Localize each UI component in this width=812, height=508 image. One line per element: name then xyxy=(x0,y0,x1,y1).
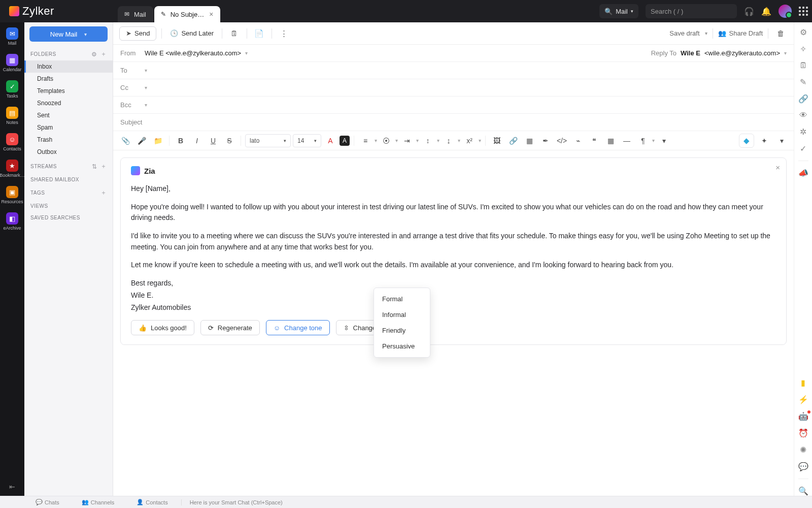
image-icon[interactable]: 🖼 xyxy=(490,134,504,148)
tab-mail[interactable]: ✉ Mail xyxy=(118,6,153,22)
app-earchive[interactable]: ◧eArchive xyxy=(3,212,21,231)
folder-icon[interactable]: 📁 xyxy=(151,134,165,148)
app-notes[interactable]: ▤Notes xyxy=(3,107,21,125)
chevron-down-icon[interactable]: ▾ xyxy=(657,134,671,148)
regenerate-button[interactable]: ⟳Regenerate xyxy=(200,320,260,335)
folder-spam[interactable]: Spam xyxy=(24,121,113,134)
to-row[interactable]: To▾ xyxy=(113,62,794,79)
highlight-icon[interactable]: A xyxy=(340,136,350,146)
apps-grid-icon[interactable] xyxy=(799,7,808,16)
direction-icon[interactable]: ¶ xyxy=(636,134,650,148)
align-icon[interactable]: ≡ xyxy=(358,134,373,148)
hr-icon[interactable]: — xyxy=(620,134,634,148)
folder-sent[interactable]: Sent xyxy=(24,109,113,121)
bold-icon[interactable]: B xyxy=(174,134,188,148)
help-icon[interactable]: ✺ xyxy=(800,445,806,455)
attach-icon[interactable]: 📎 xyxy=(118,134,132,148)
code-icon[interactable]: </> xyxy=(555,134,569,148)
bolt-icon[interactable]: ⚡ xyxy=(798,395,808,404)
italic-icon[interactable]: I xyxy=(190,134,204,148)
folder-inbox[interactable]: Inbox xyxy=(24,60,113,73)
search-scope-dropdown[interactable]: 🔍 Mail ▾ xyxy=(599,4,638,18)
app-bookmarks[interactable]: ★Bookmark… xyxy=(3,160,21,178)
alarm-icon[interactable]: ⏰ xyxy=(798,428,808,438)
font-size-select[interactable]: 14▾ xyxy=(293,134,321,147)
send-later-button[interactable]: 🕓Send Later xyxy=(167,26,217,41)
subject-row[interactable]: Subject xyxy=(113,114,794,131)
gear-icon[interactable]: ⚙ xyxy=(800,27,807,37)
cc-row[interactable]: Cc▾ xyxy=(113,79,794,97)
chevron-down-icon[interactable]: ▾ xyxy=(774,134,789,148)
eye-icon[interactable]: 👁 xyxy=(799,111,807,120)
sort-icon[interactable]: ⇅ xyxy=(92,163,97,170)
gear-icon[interactable]: ⚙ xyxy=(91,51,97,58)
plus-icon[interactable]: ＋ xyxy=(100,188,107,197)
bottom-chats[interactable]: 💬Chats xyxy=(24,499,71,505)
cog-icon[interactable]: ✲ xyxy=(800,127,806,137)
embed-icon[interactable]: ⌁ xyxy=(571,134,585,148)
send-button[interactable]: ➤Send xyxy=(119,26,156,41)
link-icon[interactable]: 🔗 xyxy=(798,94,808,104)
headset-icon[interactable]: 🎧 xyxy=(744,7,754,16)
plus-icon[interactable]: ＋ xyxy=(100,162,107,171)
tone-option-formal[interactable]: Formal xyxy=(374,291,430,307)
folder-templates[interactable]: Templates xyxy=(24,85,113,97)
underline-icon[interactable]: U xyxy=(206,134,220,148)
looks-good-button[interactable]: 👍Looks good! xyxy=(131,320,194,335)
app-mail[interactable]: ✉Mail xyxy=(3,27,21,46)
plus-icon[interactable]: ＋ xyxy=(100,50,107,58)
line-height-icon[interactable]: ↕ xyxy=(421,134,435,148)
quote-icon[interactable]: ❝ xyxy=(587,134,601,148)
bottom-contacts[interactable]: 👤Contacts xyxy=(125,499,179,505)
app-calendar[interactable]: ▦Calendar xyxy=(3,54,21,72)
bell-icon[interactable]: 🔔 xyxy=(761,7,771,16)
avatar[interactable] xyxy=(779,5,792,18)
grid-icon[interactable]: ▦ xyxy=(603,134,618,148)
folder-snoozed[interactable]: Snoozed xyxy=(24,97,113,109)
bcc-row[interactable]: Bcc▾ xyxy=(113,97,794,114)
zia-toggle[interactable]: ◆ xyxy=(739,134,754,148)
folder-trash[interactable]: Trash xyxy=(24,134,113,146)
indent-icon[interactable]: ⇥ xyxy=(400,134,414,148)
signature-icon[interactable]: ✒ xyxy=(538,134,553,148)
save-draft-button[interactable]: Save draft xyxy=(669,29,699,37)
butterfly-icon[interactable]: ✧ xyxy=(800,44,806,54)
app-resources[interactable]: ▣Resources xyxy=(3,186,21,204)
strike-icon[interactable]: S xyxy=(222,134,236,148)
folder-drafts[interactable]: Drafts xyxy=(24,73,113,85)
tone-option-persuasive[interactable]: Persuasive xyxy=(374,338,430,354)
table-icon[interactable]: ▦ xyxy=(522,134,536,148)
search-icon[interactable]: 🔍 xyxy=(798,486,808,496)
speaker-icon[interactable]: 📣 xyxy=(798,168,808,178)
tone-option-friendly[interactable]: Friendly xyxy=(374,323,430,338)
spacing-icon[interactable]: ↨ xyxy=(442,134,456,148)
calendar-icon[interactable]: 🗓 xyxy=(227,26,242,41)
chevron-down-icon[interactable]: ▾ xyxy=(245,50,248,56)
chat-icon[interactable]: 💬 xyxy=(798,462,808,471)
sparkle-icon[interactable]: ✦ xyxy=(757,134,771,148)
brush-icon[interactable]: ✓ xyxy=(800,144,806,153)
chevron-down-icon[interactable]: ▾ xyxy=(784,50,787,56)
template-icon[interactable]: 📄 xyxy=(252,26,266,41)
chevron-down-icon[interactable]: ▾ xyxy=(705,30,707,36)
tone-option-informal[interactable]: Informal xyxy=(374,307,430,323)
tab-compose[interactable]: ✎ No Subje… × xyxy=(154,6,221,22)
search-input[interactable]: Search ( / ) xyxy=(646,4,737,18)
calendar-icon[interactable]: 🗓 xyxy=(799,61,807,70)
change-tone-button[interactable]: ☺Change tone xyxy=(266,320,330,335)
bot-icon[interactable]: 🤖 xyxy=(798,411,808,421)
new-mail-button[interactable]: New Mail ▾ xyxy=(29,26,108,42)
close-icon[interactable]: × xyxy=(209,10,213,18)
app-contacts[interactable]: ☺Contacts xyxy=(3,133,21,151)
close-icon[interactable]: × xyxy=(775,163,780,172)
bottom-channels[interactable]: 👥Channels xyxy=(71,499,125,505)
font-select[interactable]: lato▾ xyxy=(245,134,291,147)
compose-body[interactable]: × Zia Hey [Name], Hope you're doing well… xyxy=(113,150,794,496)
app-tasks[interactable]: ✓Tasks xyxy=(3,80,21,99)
pencil-icon[interactable]: ✎ xyxy=(800,77,806,87)
collapse-icon[interactable]: ⇤ xyxy=(9,483,15,491)
link-icon[interactable]: 🔗 xyxy=(506,134,520,148)
share-draft-button[interactable]: 👥Share Draft xyxy=(718,29,763,37)
mic-icon[interactable]: 🎤 xyxy=(134,134,149,148)
note-icon[interactable]: ▮ xyxy=(801,378,805,388)
